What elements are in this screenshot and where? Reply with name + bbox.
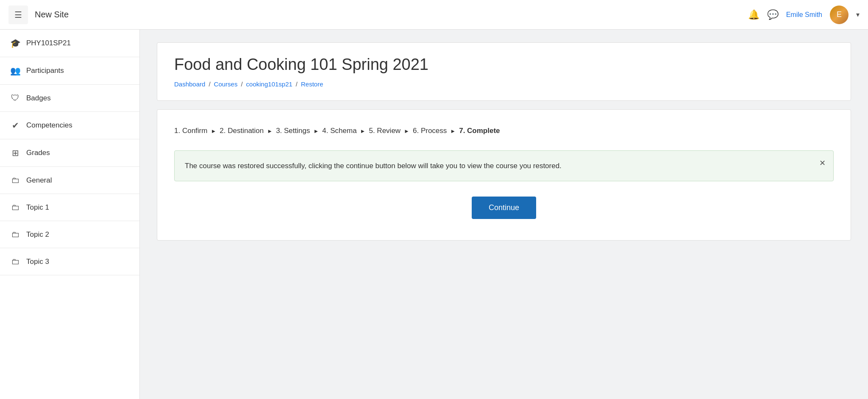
grid-icon: ⊞ — [10, 148, 20, 158]
page-title: Food and Cooking 101 Spring 2021 — [174, 55, 834, 74]
step-arrow-3: ► — [313, 128, 319, 134]
layout: 🎓 PHY101SP21 👥 Participants 🛡 Badges ✔ C… — [0, 30, 868, 399]
breadcrumb-restore[interactable]: Restore — [301, 80, 323, 88]
breadcrumb-dashboard[interactable]: Dashboard — [174, 80, 205, 88]
step-1: 1. Confirm — [174, 127, 207, 135]
sidebar: 🎓 PHY101SP21 👥 Participants 🛡 Badges ✔ C… — [0, 30, 140, 399]
step-2: 2. Destination — [220, 127, 264, 135]
shield-icon: 🛡 — [10, 93, 20, 103]
step-6: 6. Process — [413, 127, 447, 135]
sidebar-item-label: Competencies — [26, 121, 72, 130]
notification-icon[interactable]: 🔔 — [748, 9, 760, 20]
folder-icon: 🗀 — [10, 257, 20, 266]
breadcrumb-sep-2: / — [241, 80, 242, 88]
sidebar-item-topic3[interactable]: 🗀 Topic 3 — [0, 248, 139, 275]
graduation-cap-icon: 🎓 — [10, 38, 20, 48]
sidebar-item-topic1[interactable]: 🗀 Topic 1 — [0, 194, 139, 221]
sidebar-item-topic2[interactable]: 🗀 Topic 2 — [0, 221, 139, 248]
avatar-initial: E — [837, 10, 842, 19]
sidebar-item-label: Topic 3 — [26, 258, 49, 266]
breadcrumb-course-id[interactable]: cooking101sp21 — [246, 80, 292, 88]
message-icon[interactable]: 💬 — [767, 9, 779, 20]
checkmark-icon: ✔ — [10, 120, 20, 130]
step-4: 4. Schema — [322, 127, 356, 135]
breadcrumb: Dashboard / Courses / cooking101sp21 / R… — [174, 80, 834, 88]
folder-icon: 🗀 — [10, 175, 20, 185]
folder-icon: 🗀 — [10, 230, 20, 239]
step-3: 3. Settings — [276, 127, 310, 135]
sidebar-item-label: Topic 2 — [26, 230, 49, 239]
header-right: 🔔 💬 Emile Smith E ▾ — [748, 6, 860, 24]
step-arrow-6: ► — [450, 128, 456, 134]
sidebar-item-label: Participants — [26, 66, 64, 75]
steps-card: 1. Confirm ► 2. Destination ► 3. Setting… — [157, 109, 851, 241]
step-7: 7. Complete — [459, 127, 500, 135]
sidebar-item-label: PHY101SP21 — [26, 39, 71, 47]
title-card: Food and Cooking 101 Spring 2021 Dashboa… — [157, 42, 851, 101]
success-close-button[interactable]: ✕ — [819, 158, 826, 168]
success-message-box: The course was restored successfully, cl… — [174, 150, 834, 181]
sidebar-item-general[interactable]: 🗀 General — [0, 167, 139, 194]
sidebar-item-label: Grades — [26, 149, 50, 157]
step-arrow-5: ► — [404, 128, 409, 134]
steps-bar: 1. Confirm ► 2. Destination ► 3. Setting… — [174, 127, 834, 135]
sidebar-item-label: Topic 1 — [26, 203, 49, 212]
site-title: New Site — [35, 10, 69, 19]
step-arrow-1: ► — [211, 128, 216, 134]
username-label[interactable]: Emile Smith — [786, 11, 822, 19]
success-message-text: The course was restored successfully, cl… — [185, 162, 562, 170]
step-arrow-2: ► — [267, 128, 273, 134]
breadcrumb-courses[interactable]: Courses — [214, 80, 238, 88]
sidebar-item-label: Badges — [26, 94, 51, 103]
sidebar-item-participants[interactable]: 👥 Participants — [0, 57, 139, 85]
step-arrow-4: ► — [360, 128, 366, 134]
sidebar-item-badges[interactable]: 🛡 Badges — [0, 85, 139, 112]
breadcrumb-sep-1: / — [209, 80, 210, 88]
header: ☰ New Site 🔔 💬 Emile Smith E ▾ — [0, 0, 868, 30]
sidebar-item-label: General — [26, 176, 52, 185]
main-content: Food and Cooking 101 Spring 2021 Dashboa… — [140, 30, 868, 399]
menu-icon: ☰ — [14, 10, 22, 19]
step-5: 5. Review — [369, 127, 401, 135]
folder-icon: 🗀 — [10, 202, 20, 212]
continue-button[interactable]: Continue — [472, 197, 536, 219]
breadcrumb-sep-3: / — [296, 80, 298, 88]
participants-icon: 👥 — [10, 66, 20, 76]
user-dropdown-arrow[interactable]: ▾ — [856, 11, 860, 19]
menu-button[interactable]: ☰ — [8, 6, 28, 24]
sidebar-item-grades[interactable]: ⊞ Grades — [0, 139, 139, 167]
avatar[interactable]: E — [830, 6, 849, 24]
sidebar-item-competencies[interactable]: ✔ Competencies — [0, 112, 139, 139]
sidebar-item-phy101sp21[interactable]: 🎓 PHY101SP21 — [0, 30, 139, 57]
